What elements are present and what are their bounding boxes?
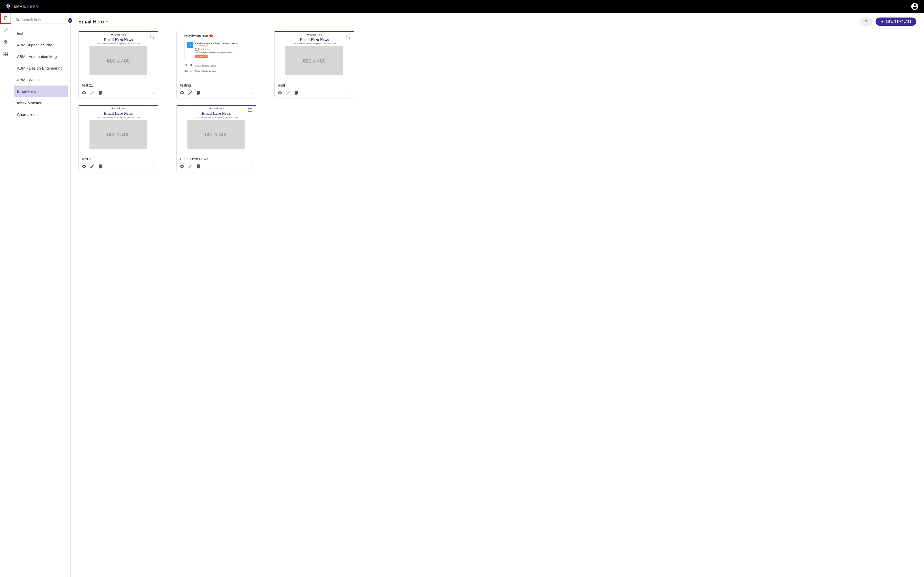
preview-button[interactable] — [179, 90, 185, 95]
more-menu-button[interactable] — [151, 164, 155, 169]
svg-point-9 — [251, 92, 252, 93]
svg-point-12 — [349, 90, 350, 91]
nav-layout2[interactable] — [0, 48, 11, 59]
page-title: Email Hero — [78, 19, 104, 25]
logo-text: EMAILHERO — [13, 4, 39, 8]
brand-search[interactable] — [16, 18, 67, 23]
template-actions — [79, 163, 158, 172]
nav-rail — [0, 13, 11, 577]
template-title: test 2 — [79, 154, 158, 163]
svg-point-8 — [251, 90, 252, 91]
template-badge-icon — [150, 34, 155, 39]
template-preview[interactable]: Email Hero Email Hero News The publisher… — [275, 31, 354, 81]
clipboard-icon — [3, 16, 8, 21]
more-menu-button[interactable] — [249, 90, 254, 95]
template-grid: Email Hero Email Hero News The publisher… — [78, 31, 916, 172]
template-preview[interactable]: Email Hero Email Hero News The publisher… — [79, 105, 158, 154]
template-title: asdf — [275, 81, 354, 89]
note-button[interactable] — [195, 164, 201, 169]
edit-button — [285, 90, 291, 95]
edit-button[interactable] — [89, 164, 95, 169]
account-icon[interactable] — [911, 2, 919, 11]
svg-point-21 — [251, 167, 252, 168]
svg-point-6 — [153, 92, 153, 93]
brand-list: testABM Super SecurityABM - Automation M… — [14, 27, 68, 120]
preview-button[interactable] — [81, 90, 87, 95]
app-header: EMAILHERO — [0, 0, 924, 13]
template-badge-icon — [346, 34, 351, 39]
nav-magic[interactable] — [0, 25, 11, 35]
page-title-dropdown[interactable]: Email Hero — [78, 19, 108, 25]
template-card: Email Hero Email Hero News The publisher… — [78, 31, 158, 98]
template-actions — [177, 163, 256, 172]
template-card: Neue Bewertungen3 ¬r Randstad Deutschlan… — [176, 31, 256, 98]
brand-item[interactable]: test — [14, 27, 68, 39]
svg-point-14 — [349, 93, 350, 94]
preview-hero: Email Hero Email Hero News The publisher… — [177, 105, 256, 149]
template-preview[interactable]: Email Hero Email Hero News The publisher… — [177, 105, 256, 154]
template-card: Email Hero Email Hero News The publisher… — [274, 31, 354, 98]
preview-review: Neue Bewertungen3 ¬r Randstad Deutschlan… — [177, 31, 256, 77]
brand-item[interactable]: Email Hero — [14, 85, 68, 97]
brand-item[interactable]: Chamaileon — [14, 109, 68, 120]
preview-hero: Email Hero Email Hero News The publisher… — [79, 31, 158, 75]
preview-hero: Email Hero Email Hero News The publisher… — [275, 31, 354, 75]
template-preview[interactable]: Email Hero Email Hero News The publisher… — [79, 31, 158, 81]
note-button[interactable] — [98, 90, 103, 95]
preview-button[interactable] — [81, 164, 87, 169]
brand-item[interactable]: Inbox Monster — [14, 97, 68, 109]
template-title: Email Hero News — [177, 154, 256, 163]
more-menu-button[interactable] — [151, 90, 155, 95]
edit-button[interactable] — [187, 90, 193, 95]
logo-icon — [5, 3, 11, 10]
svg-point-7 — [153, 93, 153, 94]
edit-button — [89, 90, 95, 95]
brand-sidebar: testABM Super SecurityABM - Automation M… — [11, 13, 71, 577]
brand-item[interactable]: ABM - Wings — [14, 74, 68, 85]
note-button[interactable] — [294, 90, 299, 95]
svg-point-10 — [251, 93, 252, 94]
brand-search-input[interactable] — [22, 18, 67, 22]
edit-button — [187, 164, 193, 169]
nav-layout1[interactable] — [0, 37, 11, 47]
new-template-button[interactable]: NEW TEMPLATE — [876, 18, 916, 26]
note-button[interactable] — [98, 164, 103, 169]
svg-point-19 — [251, 164, 252, 165]
main-content: Email Hero NEW TEMPLATE Email Hero Email… — [71, 13, 924, 577]
template-actions — [79, 89, 158, 98]
plus-icon — [880, 19, 884, 24]
template-actions — [275, 89, 354, 98]
brand-item[interactable]: ABM - Design Engineering — [14, 62, 68, 74]
chevron-down-icon — [105, 20, 108, 23]
brand-item[interactable]: ABM Super Security — [14, 39, 68, 51]
template-actions — [177, 89, 256, 98]
template-title: test 21 — [79, 81, 158, 89]
app-logo: EMAILHERO — [5, 3, 39, 10]
template-badge-icon — [248, 108, 253, 113]
template-search-button[interactable] — [860, 18, 872, 26]
main-header: Email Hero NEW TEMPLATE — [78, 18, 916, 26]
svg-point-15 — [153, 164, 153, 165]
wand-icon — [3, 27, 8, 33]
template-preview[interactable]: Neue Bewertungen3 ¬r Randstad Deutschlan… — [177, 31, 256, 81]
preview-button[interactable] — [179, 164, 185, 169]
grid-icon — [3, 51, 8, 56]
note-button[interactable] — [195, 90, 201, 95]
svg-point-16 — [153, 166, 153, 166]
preview-hero: Email Hero Email Hero News The publisher… — [79, 105, 158, 149]
layout-add-icon — [3, 39, 8, 45]
svg-point-17 — [153, 167, 153, 168]
more-menu-button[interactable] — [347, 90, 351, 95]
preview-button[interactable] — [277, 90, 283, 95]
nav-templates[interactable] — [0, 13, 11, 24]
svg-point-13 — [349, 92, 350, 93]
template-title: testing — [177, 81, 256, 89]
svg-point-20 — [251, 166, 252, 166]
template-card: Email Hero Email Hero News The publisher… — [78, 105, 158, 172]
search-icon — [864, 19, 868, 24]
search-icon — [16, 18, 20, 22]
template-card: Email Hero Email Hero News The publisher… — [176, 105, 256, 172]
svg-point-5 — [153, 90, 153, 91]
brand-item[interactable]: ABM - Automation Mag — [14, 51, 68, 62]
more-menu-button[interactable] — [249, 164, 254, 169]
